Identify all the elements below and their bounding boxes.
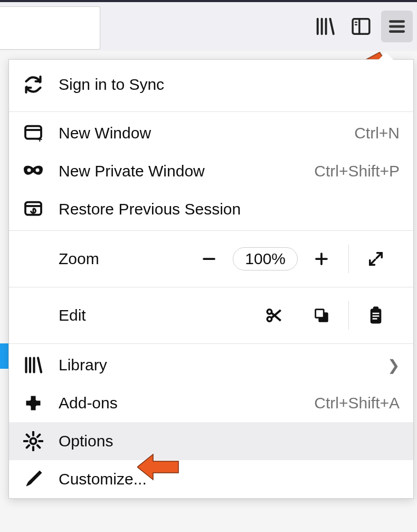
- browser-toolbar: [0, 0, 417, 51]
- menu-item-addons[interactable]: Add-ons Ctrl+Shift+A: [9, 384, 413, 422]
- zoom-in-button[interactable]: [298, 243, 345, 275]
- menu-label: Restore Previous Session: [59, 200, 400, 218]
- svg-point-16: [27, 169, 31, 172]
- svg-rect-33: [373, 315, 380, 317]
- menu-shortcut: Ctrl+N: [354, 124, 400, 142]
- menu-item-restore-session[interactable]: Restore Previous Session: [9, 190, 413, 228]
- zoom-label: Zoom: [59, 250, 99, 268]
- separator: [9, 287, 413, 287]
- menu-item-sync[interactable]: Sign in to Sync: [9, 60, 413, 109]
- chevron-right-icon: ❯: [387, 357, 400, 374]
- svg-rect-34: [373, 318, 377, 320]
- menu-label: Library: [59, 356, 387, 374]
- svg-text:+: +: [37, 134, 43, 143]
- menu-item-library[interactable]: Library ❯: [9, 346, 413, 384]
- svg-point-35: [30, 438, 36, 444]
- mask-icon: [23, 161, 44, 182]
- svg-rect-32: [373, 313, 380, 314]
- menu-item-options[interactable]: Options: [9, 422, 413, 460]
- menu-label: New Window: [59, 124, 354, 142]
- new-window-icon: +: [23, 123, 44, 144]
- hamburger-menu-button[interactable]: [381, 11, 413, 42]
- app-menu: Sign in to Sync + New Window Ctrl+N New …: [8, 59, 414, 499]
- copy-icon: [312, 306, 330, 324]
- menu-label: Options: [59, 432, 400, 450]
- svg-point-17: [36, 169, 40, 172]
- menu-shortcut: Ctrl+Shift+P: [314, 162, 400, 180]
- address-bar-fragment[interactable]: [0, 6, 100, 50]
- menu-row-edit: Edit: [9, 290, 413, 341]
- menu-item-customize[interactable]: Customize...: [9, 460, 413, 498]
- menu-label: Sign in to Sync: [59, 76, 400, 94]
- menu-item-private-window[interactable]: New Private Window Ctrl+Shift+P: [9, 152, 413, 190]
- divider: [348, 301, 349, 330]
- menu-label: Add-ons: [59, 394, 314, 412]
- divider: [348, 245, 349, 273]
- library-icon: [23, 354, 44, 376]
- separator: [9, 343, 413, 344]
- zoom-out-button[interactable]: [185, 243, 233, 275]
- restore-icon: [23, 199, 44, 220]
- edit-label: Edit: [59, 306, 86, 324]
- menu-item-new-window[interactable]: + New Window Ctrl+N: [9, 114, 413, 152]
- sync-icon: [23, 74, 44, 95]
- gear-icon: [23, 431, 44, 452]
- separator: [9, 111, 413, 112]
- copy-button[interactable]: [298, 300, 345, 331]
- scissors-icon: [265, 306, 283, 324]
- addons-icon: [23, 393, 44, 414]
- minus-icon: [201, 251, 217, 267]
- sidebar-toolbar-button[interactable]: [345, 11, 377, 42]
- menu-label: Customize...: [59, 470, 400, 488]
- fullscreen-button[interactable]: [352, 243, 400, 275]
- library-toolbar-button[interactable]: [309, 11, 341, 42]
- menu-label: New Private Window: [59, 162, 314, 180]
- fullscreen-icon: [368, 251, 384, 267]
- menu-shortcut: Ctrl+Shift+A: [314, 394, 400, 412]
- hamburger-icon: [387, 16, 407, 36]
- callout-arrow-options: [137, 452, 179, 482]
- svg-rect-6: [353, 19, 369, 34]
- paste-button[interactable]: [352, 300, 400, 331]
- sidebar-icon: [351, 16, 371, 36]
- zoom-level-label[interactable]: 100%: [233, 247, 298, 270]
- clipboard-icon: [367, 306, 384, 325]
- menu-row-zoom: Zoom 100%: [9, 233, 413, 285]
- svg-rect-31: [373, 306, 378, 311]
- plus-icon: [314, 251, 329, 267]
- cut-button[interactable]: [250, 300, 298, 331]
- svg-rect-29: [316, 310, 323, 317]
- paintbrush-icon: [23, 469, 44, 490]
- separator: [9, 230, 413, 231]
- library-icon: [315, 16, 335, 36]
